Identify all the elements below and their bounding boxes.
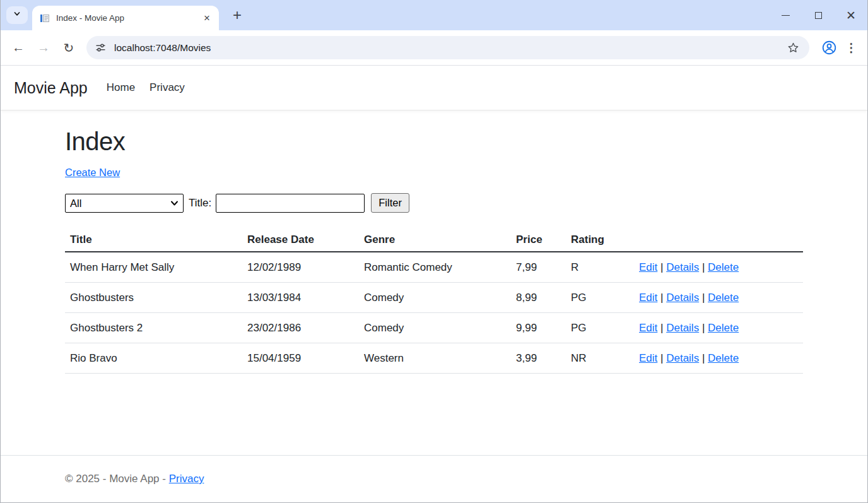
table-row: Ghostbusters 13/03/1984 Comedy 8,99 PG E…	[65, 283, 803, 313]
edit-link[interactable]: Edit	[639, 261, 657, 273]
copyright-text: © 2025 - Movie App -	[65, 473, 166, 485]
chevron-down-icon	[13, 9, 21, 21]
back-button[interactable]: ←	[6, 35, 31, 61]
nav-link-home[interactable]: Home	[107, 81, 135, 94]
edit-link[interactable]: Edit	[639, 292, 657, 304]
cell-title: When Harry Met Sally	[65, 252, 242, 283]
action-separator: |	[702, 292, 705, 304]
title-filter-input[interactable]	[216, 194, 365, 213]
filter-button[interactable]: Filter	[371, 193, 409, 213]
profile-button[interactable]	[822, 40, 836, 55]
footer-text: © 2025 - Movie App - Privacy	[65, 473, 803, 485]
cell-actions: Edit | Details | Delete	[634, 343, 803, 374]
cell-price: 9,99	[511, 313, 566, 343]
movies-table: Title Release Date Genre Price Rating Wh…	[65, 228, 803, 374]
browser-tab[interactable]: Index - Movie App ×	[32, 6, 219, 30]
details-link[interactable]: Details	[666, 292, 699, 304]
navbar-brand[interactable]: Movie App	[14, 79, 88, 97]
minimize-icon	[782, 15, 790, 16]
cell-price: 7,99	[511, 252, 566, 283]
delete-link[interactable]: Delete	[708, 322, 739, 334]
edit-link[interactable]: Edit	[639, 352, 657, 364]
maximize-icon	[815, 12, 822, 19]
delete-link[interactable]: Delete	[708, 352, 739, 364]
header-genre: Genre	[359, 228, 511, 252]
header-rating: Rating	[566, 228, 634, 252]
cell-title: Rio Bravo	[65, 343, 242, 374]
header-price: Price	[511, 228, 566, 252]
browser-menu-button[interactable]: ⋮	[845, 40, 857, 55]
genre-select-wrap: All	[65, 194, 184, 213]
action-separator: |	[660, 352, 663, 364]
forward-button[interactable]: →	[31, 35, 56, 61]
table-header-row: Title Release Date Genre Price Rating	[65, 228, 803, 252]
cell-actions: Edit | Details | Delete	[634, 252, 803, 283]
close-button[interactable]: ✕	[835, 0, 867, 30]
action-separator: |	[702, 322, 705, 334]
action-separator: |	[660, 322, 663, 334]
three-dot-icon: ⋮	[845, 41, 857, 54]
create-new-link[interactable]: Create New	[65, 167, 120, 179]
favicon-icon	[40, 13, 50, 23]
action-separator: |	[702, 352, 705, 364]
address-bar[interactable]: localhost:7048/Movies	[86, 36, 809, 59]
browser-window: Index - Movie App × + ✕ ← → ↻ localhost:…	[0, 0, 868, 503]
details-link[interactable]: Details	[666, 261, 699, 273]
cell-release-date: 23/02/1986	[242, 313, 359, 343]
filter-form: All Title: Filter	[65, 193, 803, 213]
header-actions	[634, 228, 803, 252]
minimize-button[interactable]	[769, 0, 802, 30]
new-tab-button[interactable]: +	[228, 6, 247, 25]
cell-rating: PG	[566, 313, 634, 343]
title-filter-label: Title:	[189, 197, 211, 210]
nav-link-privacy[interactable]: Privacy	[150, 81, 185, 94]
site-navbar: Movie App Home Privacy	[1, 66, 867, 110]
cell-genre: Comedy	[359, 313, 511, 343]
header-release-date: Release Date	[242, 228, 359, 252]
cell-genre: Romantic Comedy	[359, 252, 511, 283]
cell-title: Ghostbusters 2	[65, 313, 242, 343]
table-row: Ghostbusters 2 23/02/1986 Comedy 9,99 PG…	[65, 313, 803, 343]
cell-release-date: 12/02/1989	[242, 252, 359, 283]
url-text: localhost:7048/Movies	[114, 42, 211, 54]
cell-rating: NR	[566, 343, 634, 374]
reload-button[interactable]: ↻	[56, 35, 81, 61]
cell-genre: Comedy	[359, 283, 511, 313]
cell-rating: PG	[566, 283, 634, 313]
table-row: When Harry Met Sally 12/02/1989 Romantic…	[65, 252, 803, 283]
window-controls: ✕	[769, 0, 867, 30]
action-separator: |	[660, 261, 663, 273]
action-separator: |	[660, 292, 663, 304]
browser-toolbar: ← → ↻ localhost:7048/Movies	[1, 30, 867, 66]
tab-search-button[interactable]	[6, 6, 28, 24]
maximize-button[interactable]	[802, 0, 835, 30]
page-title: Index	[65, 127, 803, 156]
delete-link[interactable]: Delete	[708, 261, 739, 273]
tab-title: Index - Movie App	[56, 13, 201, 23]
details-link[interactable]: Details	[666, 352, 699, 364]
back-arrow-icon: ←	[12, 40, 25, 55]
edit-link[interactable]: Edit	[639, 322, 657, 334]
forward-arrow-icon: →	[37, 40, 50, 55]
delete-link[interactable]: Delete	[708, 292, 739, 304]
site-footer: © 2025 - Movie App - Privacy	[1, 455, 867, 502]
cell-actions: Edit | Details | Delete	[634, 313, 803, 343]
table-row: Rio Bravo 15/04/1959 Western 3,99 NR Edi…	[65, 343, 803, 374]
plus-icon: +	[233, 8, 242, 23]
footer-privacy-link[interactable]: Privacy	[169, 473, 204, 485]
bookmark-star-icon[interactable]	[786, 40, 801, 55]
tab-close-icon[interactable]: ×	[201, 13, 213, 23]
cell-actions: Edit | Details | Delete	[634, 283, 803, 313]
page-content: Movie App Home Privacy Index Create New …	[1, 66, 867, 502]
genre-filter-select[interactable]: All	[65, 194, 184, 213]
details-link[interactable]: Details	[666, 322, 699, 334]
cell-rating: R	[566, 252, 634, 283]
cell-release-date: 13/03/1984	[242, 283, 359, 313]
cell-title: Ghostbusters	[65, 283, 242, 313]
close-icon: ✕	[846, 9, 856, 21]
cell-release-date: 15/04/1959	[242, 343, 359, 374]
site-info-icon[interactable]	[95, 42, 106, 53]
cell-price: 8,99	[511, 283, 566, 313]
cell-genre: Western	[359, 343, 511, 374]
profile-avatar-icon	[822, 40, 836, 55]
